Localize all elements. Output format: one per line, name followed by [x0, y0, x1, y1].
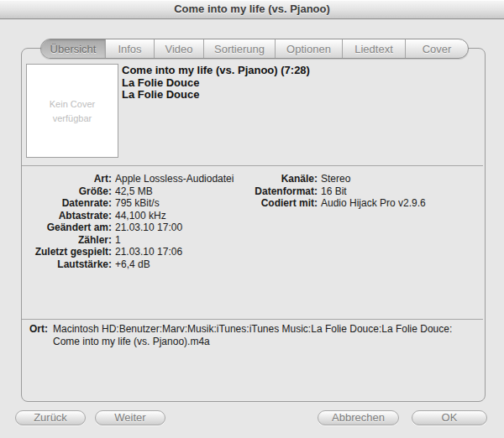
tab-cover[interactable]: Cover [406, 39, 468, 58]
detail-value: Apple Lossless-Audiodatei [115, 173, 234, 185]
detail-row-art: Art: Apple Lossless-Audiodatei [28, 173, 234, 185]
location-label: Ort: [29, 323, 48, 347]
track-album: La Folie Douce [122, 89, 310, 102]
tab-sortierung[interactable]: Sortierung [204, 39, 276, 58]
detail-value: 42,5 MB [115, 185, 234, 198]
detail-label: Codiert mit: [242, 197, 318, 210]
detail-row-lautstaerke: Lautstärke: +6,4 dB [28, 258, 234, 271]
detail-value: 21.03.10 17:00 [115, 222, 234, 234]
detail-value: 795 kBit/s [115, 197, 234, 210]
detail-row-zuletzt-gespielt: Zuletzt gespielt: 21.03.10 17:06 [28, 246, 234, 258]
detail-value: 1 [115, 234, 234, 247]
location-path-line2: Come into my life (vs. Pjanoo).m4a [53, 336, 452, 348]
detail-label: Abtastrate: [28, 210, 112, 222]
titlebar[interactable]: Come into my life (vs. Pjanoo) [0, 0, 504, 19]
location-path: Macintosh HD:Benutzer:Marv:Musik:iTunes:… [53, 323, 452, 347]
details-right: Kanäle: Stereo Datenformat: 16 Bit Codie… [242, 173, 426, 210]
detail-value: 44,100 kHz [115, 210, 234, 222]
tab-bar: Übersicht Infos Video Sortierung Optione… [40, 39, 469, 59]
ok-button[interactable]: OK [412, 410, 487, 425]
window-title: Come into my life (vs. Pjanoo) [0, 0, 504, 18]
detail-row-groesse: Größe: 42,5 MB [28, 185, 234, 198]
separator-top [22, 165, 483, 166]
detail-label: Kanäle: [242, 173, 318, 185]
detail-value: Audio Hijack Pro v2.9.6 [321, 197, 426, 210]
detail-label: Datenrate: [28, 197, 112, 210]
detail-value: 21.03.10 17:06 [115, 246, 234, 258]
tab-liedtext[interactable]: Liedtext [343, 39, 406, 58]
detail-value: 16 Bit [321, 185, 426, 198]
detail-label: Art: [28, 173, 112, 185]
track-artist: La Folie Douce [122, 77, 310, 90]
detail-label: Zähler: [28, 234, 112, 247]
detail-row-datenformat: Datenformat: 16 Bit [242, 185, 426, 198]
detail-value: Stereo [321, 173, 426, 185]
cover-placeholder: Kein Cover verfügbar [26, 64, 118, 158]
file-location: Ort: Macintosh HD:Benutzer:Marv:Musik:iT… [29, 323, 483, 347]
cancel-button[interactable]: Abbrechen [318, 410, 399, 425]
detail-value: +6,4 dB [115, 258, 234, 271]
detail-label: Datenformat: [242, 185, 318, 198]
separator-bottom [22, 319, 483, 320]
detail-label: Größe: [28, 185, 112, 198]
location-path-line1: Macintosh HD:Benutzer:Marv:Musik:iTunes:… [53, 323, 452, 336]
track-heading: Come into my life (vs. Pjanoo) (7:28) La… [122, 65, 310, 102]
tab-uebersicht[interactable]: Übersicht [41, 39, 106, 58]
tab-video[interactable]: Video [155, 39, 204, 58]
details-left: Art: Apple Lossless-Audiodatei Größe: 42… [28, 173, 234, 270]
detail-row-kanaele: Kanäle: Stereo [242, 173, 426, 185]
cover-placeholder-line2: verfügbar [53, 113, 92, 123]
detail-row-codiert-mit: Codiert mit: Audio Hijack Pro v2.9.6 [242, 197, 426, 210]
detail-row-datenrate: Datenrate: 795 kBit/s [28, 197, 234, 210]
track-title: Come into my life (vs. Pjanoo) (7:28) [122, 65, 310, 77]
detail-row-abtastrate: Abtastrate: 44,100 kHz [28, 210, 234, 222]
detail-row-zaehler: Zähler: 1 [28, 234, 234, 247]
detail-label: Lautstärke: [28, 258, 112, 271]
detail-row-geaendert: Geändert am: 21.03.10 17:00 [28, 222, 234, 234]
detail-label: Zuletzt gespielt: [28, 246, 112, 258]
cover-placeholder-line1: Kein Cover [50, 99, 95, 109]
tab-infos[interactable]: Infos [106, 39, 155, 58]
next-button[interactable]: Weiter [95, 410, 165, 425]
detail-label: Geändert am: [28, 222, 112, 234]
tab-optionen[interactable]: Optionen [276, 39, 343, 58]
back-button[interactable]: Zurück [15, 410, 86, 425]
track-info-window: Come into my life (vs. Pjanoo) Übersicht… [0, 0, 504, 438]
